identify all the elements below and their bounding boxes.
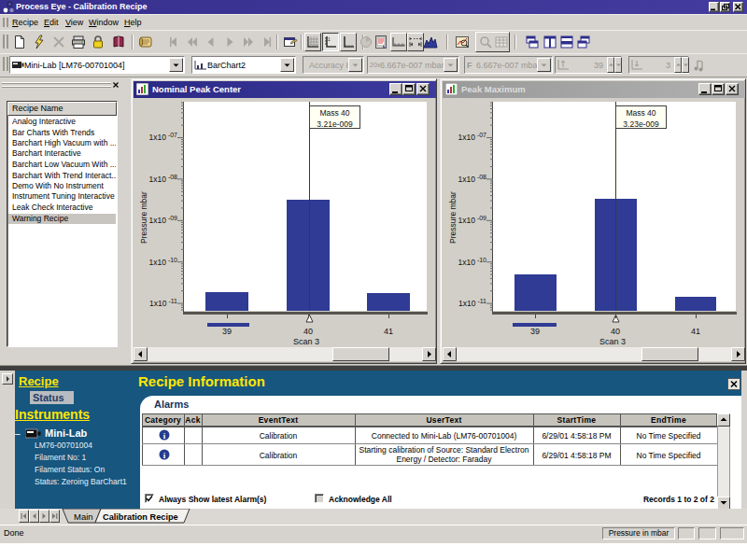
svg-text:F: F [467, 61, 472, 70]
svg-text:Main: Main [74, 511, 93, 522]
svg-text:1: 1 [328, 36, 331, 42]
svg-text:Calibration Recipe: Calibration Recipe [103, 512, 178, 522]
